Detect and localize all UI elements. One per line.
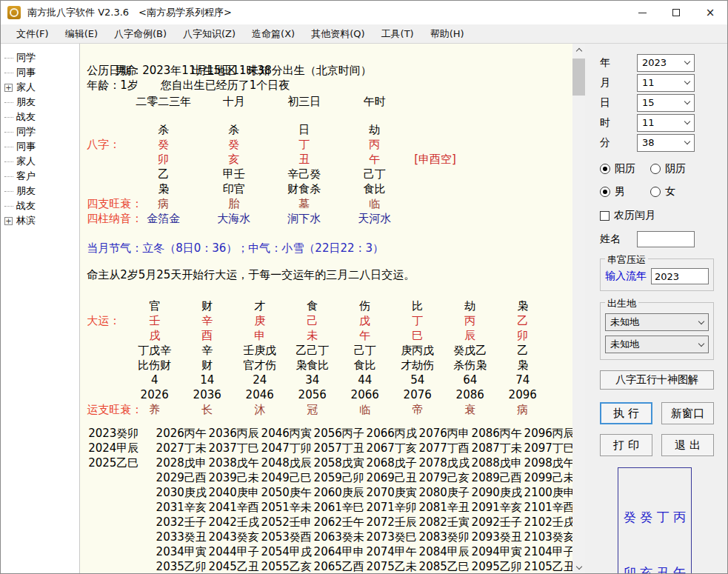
tree-item[interactable]: 同事 xyxy=(1,139,79,154)
radio-icon xyxy=(600,187,610,197)
female-radio[interactable]: 女 xyxy=(650,185,675,198)
age-line: 年龄：1岁 您自出生已经历了1个日夜 xyxy=(87,78,572,93)
lunar-cell: 十月 xyxy=(198,94,269,109)
tree-expander-icon[interactable]: + xyxy=(4,217,13,225)
liunian-cell: 2084甲辰 xyxy=(418,544,470,559)
hour-label: 时 xyxy=(600,116,637,130)
wuxing-diagram-button[interactable]: 八字五行十神图解 xyxy=(600,370,714,390)
year-select[interactable]: 2023 xyxy=(637,54,695,72)
bazi-row: 枭印官财食杀食比 xyxy=(87,181,572,196)
liunian-cell: 2103癸亥 xyxy=(523,530,572,544)
liunian-cell: 2029己酉 xyxy=(155,470,207,485)
pillar-cell: 丙 xyxy=(339,137,410,152)
liunian-grid: 2023癸卯2026丙午2036丙辰2046丙寅2056丙子2066丙戌2076… xyxy=(87,426,572,574)
scrollbar-down-button[interactable] xyxy=(572,561,585,574)
dayun-cell: 癸戊乙 xyxy=(444,343,496,358)
new-window-button[interactable]: 新窗口 xyxy=(661,402,714,424)
chevron-up-icon xyxy=(575,48,581,54)
close-button[interactable]: × xyxy=(693,1,727,24)
pillar-cell: 丑 xyxy=(269,152,339,167)
pillar-cell: 乙 xyxy=(128,167,198,181)
tree-expander-icon[interactable]: + xyxy=(4,84,13,92)
bazi-output-area[interactable]: 男命出生地区：未知 公历日期：2023年11月15日11时38分出生（北京时间）… xyxy=(80,44,572,574)
exit-button[interactable]: 退 出 xyxy=(661,434,714,456)
liunian-row: 2029己酉2039己未2049己巳2059己卯2069己丑2079己亥2089… xyxy=(87,470,572,485)
menu-item[interactable]: 其他资料(Q) xyxy=(303,24,373,44)
male-radio[interactable]: 男 xyxy=(600,185,650,198)
tree-item[interactable]: 同事 xyxy=(1,65,79,80)
menu-item[interactable]: 八字命例(B) xyxy=(106,24,175,44)
vertical-scrollbar[interactable] xyxy=(572,44,585,574)
bazi-row: 八字：癸癸丁丙 xyxy=(87,137,572,152)
tree-item-label: 同事 xyxy=(16,66,36,79)
row-label: 四柱纳音： xyxy=(87,211,142,226)
liunian-cell: 2030庚戌 xyxy=(155,485,207,500)
menu-item[interactable]: 工具(T) xyxy=(373,24,422,44)
tree-item[interactable]: 朋友 xyxy=(1,184,79,198)
menu-item[interactable]: 编辑(E) xyxy=(57,24,106,44)
date-field-row: 日15 xyxy=(600,93,714,113)
menu-item[interactable]: 八字知识(Z) xyxy=(175,24,244,44)
tree-item[interactable]: 同学 xyxy=(1,50,79,65)
dayun-cell: 戌 xyxy=(128,328,181,343)
tree-item[interactable]: +林滨 xyxy=(1,213,79,228)
menu-item[interactable]: 文件(F) xyxy=(8,24,57,44)
pillar-cell: 丁 xyxy=(269,137,339,152)
tree-item[interactable]: 战友 xyxy=(1,110,79,124)
pillar-cell: 墓 xyxy=(269,196,339,211)
dayun-cell: 酉 xyxy=(181,328,233,343)
hour-select[interactable]: 11 xyxy=(637,114,695,132)
scrollbar-thumb[interactable] xyxy=(572,59,585,96)
liunian-label: 输入流年 xyxy=(605,270,647,283)
pillar-cell: 临 xyxy=(339,196,410,211)
dayun-cell: 杀伤枭 xyxy=(444,358,496,373)
tree-item[interactable]: 客户 xyxy=(1,169,79,184)
pillar-cell: 大海水 xyxy=(198,211,269,226)
tree-item[interactable]: 家人 xyxy=(1,154,79,169)
maximize-button[interactable] xyxy=(659,1,693,24)
name-input[interactable] xyxy=(637,231,695,247)
tree-item[interactable]: 战友 xyxy=(1,198,79,213)
birthplace-select-1[interactable]: 未知地 xyxy=(605,313,709,331)
dayun-cell: 巳 xyxy=(391,328,444,343)
yunzhi-cell: 帝 xyxy=(391,402,444,417)
tree-item[interactable]: 同学 xyxy=(1,124,79,139)
liunian-cell: 2034甲寅 xyxy=(155,544,207,559)
leap-month-checkbox[interactable]: 农历闰月 xyxy=(600,209,714,222)
liunian-cell: 2045乙丑 xyxy=(207,559,260,574)
tree-item[interactable]: 朋友 xyxy=(1,95,79,110)
dayun-cell: 44 xyxy=(338,373,391,387)
liunian-row: 2025乙巳2028戊申2038戊午2048戊辰2058戊寅2068戊子2078… xyxy=(87,455,572,470)
liunian-cell: 2079己亥 xyxy=(418,470,470,485)
tree-branch-icon xyxy=(4,161,13,162)
minute-select[interactable]: 38 xyxy=(637,134,695,152)
solar-calendar-radio[interactable]: 阳历 xyxy=(600,162,650,176)
menu-item[interactable]: 造命篇(X) xyxy=(244,24,303,44)
menu-item[interactable]: 帮助(H) xyxy=(422,24,472,44)
birthplace-group: 出生地 未知地未知地 xyxy=(600,302,714,360)
bazi-row: 卯亥丑午[申酉空] xyxy=(87,152,572,167)
execute-button[interactable]: 执 行 xyxy=(600,402,652,424)
liunian-input[interactable] xyxy=(651,268,709,284)
name-label: 姓名 xyxy=(600,233,637,246)
chuangong-group-label: 串宫压运 xyxy=(605,253,648,267)
minimize-button[interactable] xyxy=(625,1,659,24)
scrollbar-up-button[interactable] xyxy=(572,44,585,56)
liunian-cell: 2073癸巳 xyxy=(365,530,418,544)
birthplace-select-2[interactable]: 未知地 xyxy=(605,336,709,353)
liunian-cell: 2083癸卯 xyxy=(418,530,470,544)
lunar-calendar-radio[interactable]: 阴历 xyxy=(650,162,686,176)
chevron-down-icon xyxy=(684,119,690,124)
day-select[interactable]: 15 xyxy=(637,94,695,112)
radio-icon xyxy=(650,164,661,174)
close-icon: × xyxy=(706,7,715,19)
liunian-row: 2035乙卯2045乙丑2055乙亥2065乙酉2075乙未2085乙巳2095… xyxy=(87,559,572,574)
tree-item-label: 同学 xyxy=(16,125,36,139)
month-select[interactable]: 11 xyxy=(637,74,695,92)
tree-item[interactable]: +家人 xyxy=(1,80,79,95)
print-button[interactable]: 打 印 xyxy=(600,434,652,456)
tree-item-label: 客户 xyxy=(16,170,36,183)
pillar-cell: 劫 xyxy=(339,122,410,137)
pillar-cell: 日 xyxy=(269,122,339,137)
dayun-cell: 未 xyxy=(286,328,338,343)
